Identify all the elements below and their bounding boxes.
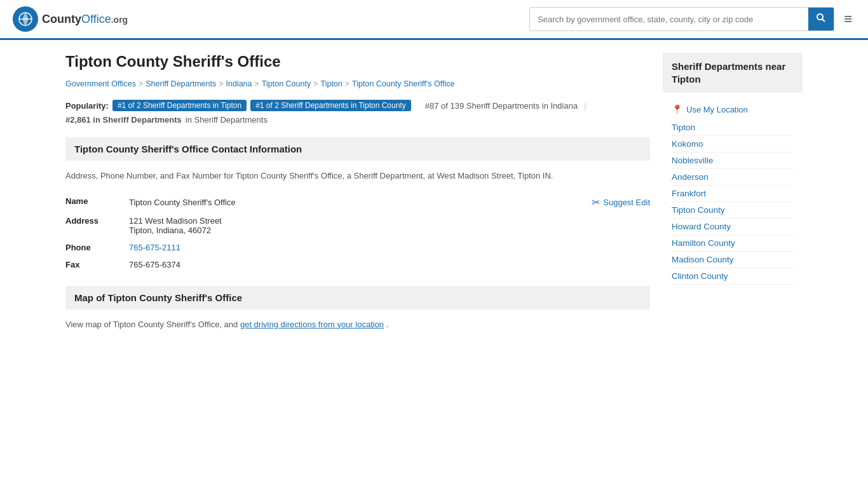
name-value-row: Tipton County Sheriff's Office ✂ Suggest… <box>129 196 650 208</box>
contact-info-table: Name Tipton County Sheriff's Office ✂ Su… <box>65 193 650 273</box>
use-my-location-link[interactable]: 📍 Use My Location <box>663 99 803 119</box>
popularity-in-sheriff: in Sheriff Departments <box>186 115 268 125</box>
contact-section-header: Tipton County Sheriff's Office Contact I… <box>65 137 650 161</box>
svg-point-2 <box>817 14 823 20</box>
name-label: Name <box>65 196 129 206</box>
breadcrumb-sep-3: > <box>255 79 259 88</box>
logo-area: CountyOffice.org <box>13 6 128 32</box>
breadcrumb-link-indiana[interactable]: Indiana <box>226 79 252 88</box>
search-area: ≡ <box>529 7 855 31</box>
use-my-location-label: Use My Location <box>686 105 748 114</box>
popularity-badge-1: #1 of 2 Sheriff Departments in Tipton <box>112 100 247 111</box>
breadcrumb: Government Offices > Sheriff Departments… <box>65 79 650 88</box>
contact-description: Address, Phone Number, and Fax Number fo… <box>65 170 650 182</box>
address-line2: Tipton, Indiana, 46072 <box>129 226 650 235</box>
sidebar-links-list: Tipton Kokomo Noblesville Anderson Frank… <box>663 119 803 285</box>
suggest-edit-label: Suggest Edit <box>603 198 650 207</box>
map-description: View map of Tipton County Sheriff's Offi… <box>65 318 650 331</box>
suggest-edit-link[interactable]: ✂ Suggest Edit <box>592 196 650 208</box>
address-row: Address 121 West Madison Street Tipton, … <box>65 212 650 239</box>
breadcrumb-link-current[interactable]: Tipton County Sheriff's Office <box>352 79 454 88</box>
phone-value: 765-675-2111 <box>129 243 650 252</box>
site-header: CountyOffice.org ≡ <box>0 0 868 40</box>
content-area: Tipton County Sheriff's Office Governmen… <box>65 53 650 330</box>
popularity-badge-4: #2,861 in Sheriff Departments <box>65 115 182 125</box>
map-desc-start: View map of Tipton County Sheriff's Offi… <box>65 320 238 329</box>
map-section-header: Map of Tipton County Sheriff's Office <box>65 286 650 309</box>
sidebar-link-howard-county[interactable]: Howard County <box>672 219 794 235</box>
fax-label: Fax <box>65 260 129 269</box>
sidebar-title: Sheriff Departments near Tipton <box>663 53 803 93</box>
search-input[interactable] <box>530 8 808 30</box>
sidebar-link-tipton[interactable]: Tipton <box>672 119 794 136</box>
breadcrumb-sep-5: > <box>345 79 349 88</box>
search-box <box>529 7 834 31</box>
breadcrumb-sep-2: > <box>219 79 223 88</box>
main-container: Tipton County Sheriff's Office Governmen… <box>53 40 815 343</box>
popularity-section: Popularity: #1 of 2 Sheriff Departments … <box>65 100 650 125</box>
sidebar-link-noblesville[interactable]: Noblesville <box>672 152 794 169</box>
sidebar-link-clinton-county[interactable]: Clinton County <box>672 268 794 285</box>
page-title: Tipton County Sheriff's Office <box>65 53 650 71</box>
breadcrumb-sep-1: > <box>139 79 143 88</box>
name-row: Name Tipton County Sheriff's Office ✂ Su… <box>65 193 650 212</box>
sidebar-link-frankfort[interactable]: Frankfort <box>672 186 794 202</box>
driving-directions-link[interactable]: get driving directions from your locatio… <box>240 320 384 329</box>
svg-line-3 <box>822 19 825 22</box>
name-value: Tipton County Sheriff's Office <box>129 198 592 207</box>
address-line1: 121 West Madison Street <box>129 216 650 226</box>
phone-row: Phone 765-675-2111 <box>65 239 650 256</box>
fax-row: Fax 765-675-6374 <box>65 256 650 273</box>
phone-link[interactable]: 765-675-2111 <box>129 243 180 252</box>
sidebar-link-kokomo[interactable]: Kokomo <box>672 136 794 152</box>
logo-icon <box>13 6 38 32</box>
phone-label: Phone <box>65 243 129 252</box>
sidebar-link-anderson[interactable]: Anderson <box>672 169 794 186</box>
logo-text: CountyOffice.org <box>42 13 128 26</box>
suggest-edit-icon: ✂ <box>592 196 600 208</box>
breadcrumb-link-gov[interactable]: Government Offices <box>65 79 136 88</box>
popularity-badge-3: #87 of 139 Sheriff Departments in Indian… <box>425 101 578 111</box>
breadcrumb-link-tipton-county[interactable]: Tipton County <box>262 79 311 88</box>
breadcrumb-sep-4: > <box>313 79 318 88</box>
address-value: 121 West Madison Street Tipton, Indiana,… <box>129 216 650 235</box>
sidebar-link-tipton-county[interactable]: Tipton County <box>672 202 794 219</box>
menu-button[interactable]: ≡ <box>841 8 855 30</box>
sidebar-link-hamilton-county[interactable]: Hamilton County <box>672 235 794 252</box>
location-pin-icon: 📍 <box>672 104 682 114</box>
sidebar: Sheriff Departments near Tipton 📍 Use My… <box>663 53 803 330</box>
sidebar-link-madison-county[interactable]: Madison County <box>672 252 794 268</box>
address-label: Address <box>65 216 129 226</box>
breadcrumb-link-sheriff[interactable]: Sheriff Departments <box>146 79 216 88</box>
search-button[interactable] <box>808 8 834 30</box>
breadcrumb-link-tipton[interactable]: Tipton <box>321 79 342 88</box>
fax-value: 765-675-6374 <box>129 260 650 269</box>
popularity-label: Popularity: <box>65 101 109 111</box>
map-desc-end: . <box>386 320 389 329</box>
popularity-badge-2: #1 of 2 Sheriff Departments in Tipton Co… <box>250 100 411 111</box>
